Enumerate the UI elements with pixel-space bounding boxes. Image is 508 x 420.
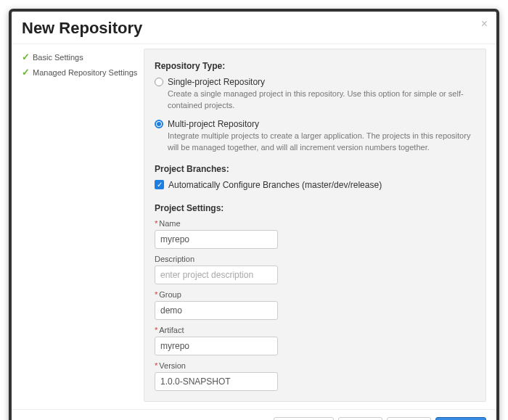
new-repository-dialog: New Repository × ✓ Basic Settings ✓ Mana…: [9, 9, 499, 420]
step-managed-repository-settings[interactable]: ✓ Managed Repository Settings: [22, 67, 144, 78]
group-label: *Group: [155, 290, 475, 299]
artifact-label: *Artifact: [155, 326, 475, 334]
dialog-body: ✓ Basic Settings ✓ Managed Repository Se…: [12, 44, 496, 409]
check-icon: ✓: [22, 67, 30, 78]
radio-single-project[interactable]: Single-project Repository: [155, 77, 475, 87]
multi-project-help-text: Integrate multiple projects to create a …: [168, 131, 475, 154]
wizard-content-panel: Repository Type: Single-project Reposito…: [144, 49, 486, 402]
close-icon[interactable]: ×: [481, 17, 488, 30]
required-asterisk: *: [155, 326, 157, 334]
dialog-title: New Repository: [22, 19, 142, 37]
radio-label: Multi-project Repository: [168, 119, 259, 129]
cancel-button[interactable]: Cancel: [387, 417, 431, 420]
single-project-help-text: Create a single managed project in this …: [168, 88, 475, 112]
radio-checked-icon: [155, 120, 163, 128]
artifact-input[interactable]: [155, 337, 278, 355]
radio-label: Single-project Repository: [168, 77, 265, 87]
wizard-steps-sidebar: ✓ Basic Settings ✓ Managed Repository Se…: [22, 49, 144, 402]
required-asterisk: *: [155, 290, 157, 299]
dialog-footer: ❮ Previous Next ❯ Cancel ☑ Finish: [12, 409, 496, 420]
name-input[interactable]: [155, 230, 278, 249]
checkbox-auto-configure-branches[interactable]: ✓ Automatically Configure Branches (mast…: [155, 180, 475, 190]
finish-button[interactable]: ☑ Finish: [435, 417, 486, 420]
next-button[interactable]: Next ❯: [338, 417, 382, 420]
version-label: *Version: [155, 361, 475, 370]
radio-unchecked-icon: [155, 78, 163, 86]
dialog-header: New Repository ×: [12, 12, 496, 44]
checkbox-checked-icon: ✓: [155, 180, 164, 189]
repository-type-heading: Repository Type:: [155, 61, 475, 71]
step-label: Managed Repository Settings: [33, 68, 137, 77]
project-settings-heading: Project Settings:: [155, 203, 475, 213]
required-asterisk: *: [155, 219, 157, 228]
previous-button[interactable]: ❮ Previous: [274, 417, 334, 420]
group-input[interactable]: [155, 301, 278, 320]
check-icon: ✓: [22, 52, 30, 62]
project-branches-heading: Project Branches:: [155, 164, 475, 174]
version-input[interactable]: [155, 372, 278, 391]
required-asterisk: *: [155, 361, 157, 370]
checkbox-label: Automatically Configure Branches (master…: [168, 180, 382, 190]
radio-multi-project[interactable]: Multi-project Repository: [155, 119, 475, 129]
name-label: *Name: [155, 219, 475, 228]
step-label: Basic Settings: [33, 53, 83, 62]
step-basic-settings[interactable]: ✓ Basic Settings: [22, 52, 144, 62]
description-input[interactable]: [155, 265, 278, 284]
description-label: Description: [155, 255, 475, 263]
